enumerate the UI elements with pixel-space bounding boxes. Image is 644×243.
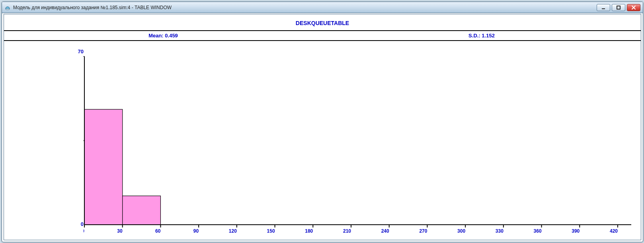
- svg-text:270: 270: [419, 228, 427, 234]
- svg-text:240: 240: [381, 228, 389, 234]
- svg-text:180: 180: [305, 228, 313, 234]
- svg-text:0: 0: [84, 228, 84, 234]
- svg-text:150: 150: [267, 228, 275, 234]
- svg-point-0: [6, 8, 10, 10]
- y-max-label: 70: [52, 49, 84, 54]
- svg-text:390: 390: [572, 228, 580, 234]
- divider-bottom: [4, 40, 641, 41]
- mean-label: Mean: 0.459: [4, 33, 322, 39]
- chart-canvas: 0306090120150180210240270300330360390420: [84, 53, 633, 236]
- app-icon: [4, 4, 11, 11]
- stats-row: Mean: 0.459 S.D.: 1.152: [4, 31, 641, 40]
- close-button[interactable]: [627, 4, 640, 11]
- svg-text:90: 90: [193, 228, 199, 234]
- svg-text:330: 330: [496, 228, 503, 234]
- minimize-button[interactable]: [597, 4, 610, 11]
- svg-rect-3: [84, 109, 123, 225]
- maximize-button[interactable]: [612, 4, 625, 11]
- svg-text:120: 120: [229, 228, 237, 234]
- window-frame: Модель для индивидуального задания №1.18…: [2, 2, 643, 242]
- plot-area: 70 0 03060901201501802102402703003303603…: [4, 50, 641, 236]
- sd-label: S.D.: 1.152: [322, 33, 641, 39]
- client-area: DESKQUEUETABLE Mean: 0.459 S.D.: 1.152 7…: [4, 14, 641, 240]
- titlebar[interactable]: Модель для индивидуального задания №1.18…: [2, 2, 643, 13]
- y-min-label: 0: [52, 221, 84, 227]
- window-controls: [597, 4, 640, 11]
- svg-text:420: 420: [610, 228, 618, 234]
- svg-rect-1: [602, 8, 605, 9]
- svg-text:60: 60: [155, 228, 161, 234]
- svg-rect-2: [617, 6, 620, 9]
- svg-text:210: 210: [343, 228, 351, 234]
- svg-text:300: 300: [457, 228, 465, 234]
- svg-text:30: 30: [117, 228, 123, 234]
- chart-title: DESKQUEUETABLE: [4, 14, 641, 30]
- window-title: Модель для индивидуального задания №1.18…: [13, 5, 597, 10]
- svg-rect-4: [123, 196, 161, 225]
- svg-text:360: 360: [534, 228, 542, 234]
